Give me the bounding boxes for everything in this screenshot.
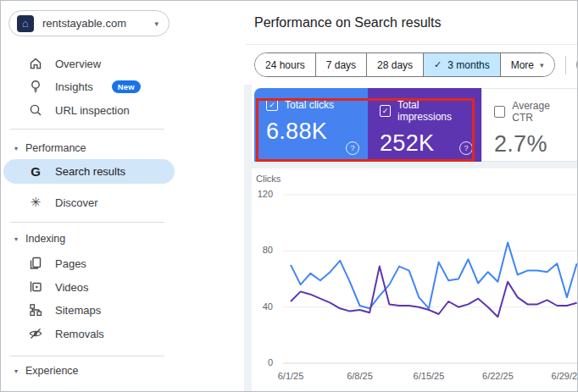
x-tick-label: 6/8/25 [334, 371, 385, 381]
property-selector[interactable]: ⌂ rentstayable.com ▾ [8, 10, 170, 36]
sidebar-divider [10, 356, 164, 356]
sidebar-section-performance[interactable]: ▾ Performance [0, 138, 86, 158]
new-badge: New [112, 80, 141, 93]
series-line-0 [291, 242, 577, 308]
search-icon [28, 102, 43, 118]
sidebar-section-experience[interactable]: ▾ Experience [0, 361, 79, 381]
sidebar-item-label: Removals [55, 328, 104, 340]
sidebar-item-label: Videos [55, 281, 89, 294]
x-tick-label: 6/1/25 [265, 371, 316, 381]
sitemaps-icon [28, 302, 43, 317]
toolbar-separator [565, 56, 566, 75]
metric-value: 252K [380, 130, 470, 157]
series-line-1 [291, 267, 577, 317]
discover-asterisk-icon: ✳ [28, 195, 43, 210]
checkbox-average-ctr[interactable]: ✓ [494, 106, 505, 118]
content-gutter [244, 85, 252, 392]
metric-label: Total impressions [397, 99, 470, 123]
metric-label: Total clicks [285, 99, 334, 111]
x-tick-label: 6/29/25 [542, 371, 578, 381]
range-28-days[interactable]: 28 days [366, 53, 423, 76]
header-divider [246, 44, 578, 45]
check-icon: ✓ [434, 59, 442, 70]
google-g-icon: G [28, 164, 43, 179]
section-collapse-icon: ▾ [14, 145, 18, 152]
sidebar-item-search-results[interactable]: G Search results [3, 159, 175, 184]
date-range-group: 24 hours 7 days 28 days ✓ 3 months More … [254, 52, 555, 77]
date-range-toolbar: 24 hours 7 days 28 days ✓ 3 months More … [254, 53, 578, 76]
checkbox-total-clicks[interactable]: ✓ [266, 99, 278, 111]
metric-label: Average CTR [512, 100, 570, 124]
checkbox-total-impressions[interactable]: ✓ [380, 105, 391, 117]
x-tick-label: 6/22/25 [472, 371, 523, 381]
range-3-months[interactable]: ✓ 3 months [423, 53, 500, 76]
lightbulb-icon [28, 79, 43, 94]
sidebar-divider [10, 129, 164, 130]
help-icon[interactable]: ? [346, 141, 359, 155]
section-collapse-icon: ▾ [14, 235, 18, 243]
metric-card-average-ctr[interactable]: ✓ Average CTR 2.7% [481, 88, 578, 162]
eye-off-icon [28, 326, 43, 341]
metric-card-total-impressions[interactable]: ✓ Total impressions 252K ? [368, 88, 481, 162]
sidebar-item-removals[interactable]: Removals [3, 323, 175, 345]
section-collapse-icon: ▾ [14, 367, 18, 375]
sidebar-item-url-inspection[interactable]: URL inspection [3, 99, 175, 121]
pages-icon [28, 256, 43, 271]
chevron-down-icon: ▾ [540, 61, 544, 69]
sidebar-item-label: Sitemaps [55, 304, 101, 317]
sidebar-divider [10, 222, 164, 223]
page-title: Performance on Search results [254, 15, 442, 30]
sidebar-item-videos[interactable]: Videos [3, 276, 175, 298]
home-icon [28, 56, 43, 71]
metric-value: 6.88K [266, 119, 356, 145]
sidebar-item-overview[interactable]: Overview [3, 52, 175, 75]
sidebar-item-label: Discover [55, 196, 98, 209]
sidebar-item-insights[interactable]: Insights New [3, 75, 175, 97]
sidebar-item-sitemaps[interactable]: Sitemaps [3, 299, 175, 321]
sidebar-item-label: Overview [55, 58, 101, 70]
chevron-down-icon: ▾ [154, 19, 158, 28]
section-label: Indexing [25, 233, 65, 245]
property-domain: rentstayable.com [42, 17, 146, 30]
range-24-hours[interactable]: 24 hours [255, 53, 315, 76]
range-more-button[interactable]: More ▾ [500, 53, 554, 76]
metric-card-total-clicks[interactable]: ✓ Total clicks 6.88K ? [254, 88, 368, 162]
sidebar-item-label: Search results [55, 165, 125, 178]
help-icon[interactable]: ? [459, 141, 473, 155]
content-gutter [244, 162, 578, 168]
metric-value: 2.7% [494, 131, 570, 157]
videos-icon [28, 279, 43, 295]
site-favicon: ⌂ [17, 15, 34, 32]
chart-axis-title: Clicks [256, 174, 281, 184]
x-tick-label: 6/15/25 [403, 371, 454, 381]
sidebar-section-indexing[interactable]: ▾ Indexing [0, 229, 65, 249]
sidebar-item-discover[interactable]: ✳ Discover [3, 191, 175, 213]
range-7-days[interactable]: 7 days [315, 53, 366, 76]
section-label: Experience [25, 365, 79, 377]
sidebar-item-label: URL inspection [55, 104, 130, 117]
sidebar-item-label: Insights [55, 80, 93, 93]
section-label: Performance [25, 142, 86, 154]
sidebar-item-pages[interactable]: Pages [3, 252, 175, 274]
sidebar-item-label: Pages [55, 257, 86, 270]
